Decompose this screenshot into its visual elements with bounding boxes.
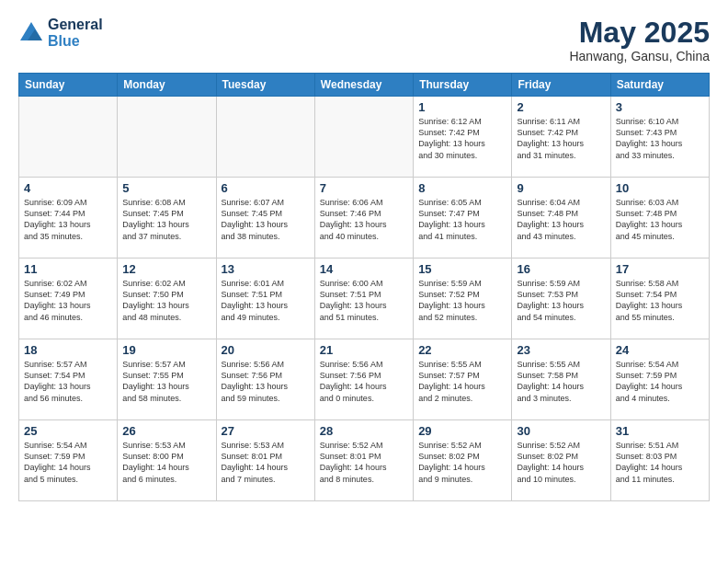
cell-info: Sunrise: 5:52 AM Sunset: 8:01 PM Dayligh…	[320, 440, 408, 485]
cell-info: Sunrise: 6:04 AM Sunset: 7:48 PM Dayligh…	[517, 197, 605, 242]
day-number: 9	[517, 181, 605, 195]
day-number: 21	[320, 343, 408, 357]
day-number: 22	[418, 343, 506, 357]
day-number: 6	[222, 181, 310, 195]
calendar-cell: 19Sunrise: 5:57 AM Sunset: 7:55 PM Dayli…	[118, 339, 216, 420]
cell-info: Sunrise: 5:53 AM Sunset: 8:01 PM Dayligh…	[222, 440, 310, 485]
calendar-cell	[118, 97, 216, 178]
calendar-header-row: Sunday Monday Tuesday Wednesday Thursday…	[19, 74, 710, 97]
cell-info: Sunrise: 6:11 AM Sunset: 7:42 PM Dayligh…	[517, 116, 605, 161]
day-number: 23	[517, 343, 605, 357]
cell-info: Sunrise: 5:55 AM Sunset: 7:57 PM Dayligh…	[418, 359, 506, 404]
cell-info: Sunrise: 6:02 AM Sunset: 7:49 PM Dayligh…	[24, 278, 112, 323]
cell-info: Sunrise: 5:51 AM Sunset: 8:03 PM Dayligh…	[616, 440, 704, 485]
calendar-cell: 31Sunrise: 5:51 AM Sunset: 8:03 PM Dayli…	[610, 420, 709, 501]
col-friday: Friday	[512, 74, 610, 97]
calendar-cell: 25Sunrise: 5:54 AM Sunset: 7:59 PM Dayli…	[19, 420, 118, 501]
cell-info: Sunrise: 6:01 AM Sunset: 7:51 PM Dayligh…	[222, 278, 310, 323]
day-number: 20	[222, 343, 310, 357]
day-number: 16	[517, 262, 605, 276]
week-row-4: 18Sunrise: 5:57 AM Sunset: 7:54 PM Dayli…	[19, 339, 710, 420]
cell-info: Sunrise: 5:53 AM Sunset: 8:00 PM Dayligh…	[122, 440, 210, 485]
day-number: 31	[616, 424, 704, 438]
col-wednesday: Wednesday	[314, 74, 413, 97]
day-number: 3	[616, 100, 704, 114]
calendar-cell: 2Sunrise: 6:11 AM Sunset: 7:42 PM Daylig…	[512, 97, 610, 178]
day-number: 5	[122, 181, 210, 195]
day-number: 24	[616, 343, 704, 357]
week-row-1: 1Sunrise: 6:12 AM Sunset: 7:42 PM Daylig…	[19, 97, 710, 178]
calendar-cell: 4Sunrise: 6:09 AM Sunset: 7:44 PM Daylig…	[19, 178, 118, 259]
day-number: 13	[222, 262, 310, 276]
day-number: 25	[24, 424, 112, 438]
calendar-cell: 26Sunrise: 5:53 AM Sunset: 8:00 PM Dayli…	[118, 420, 216, 501]
cell-info: Sunrise: 5:56 AM Sunset: 7:56 PM Dayligh…	[222, 359, 310, 404]
calendar-cell	[216, 97, 314, 178]
cell-info: Sunrise: 5:58 AM Sunset: 7:54 PM Dayligh…	[616, 278, 704, 323]
calendar-cell: 27Sunrise: 5:53 AM Sunset: 8:01 PM Dayli…	[216, 420, 314, 501]
cell-info: Sunrise: 5:57 AM Sunset: 7:54 PM Dayligh…	[24, 359, 112, 404]
calendar-cell: 11Sunrise: 6:02 AM Sunset: 7:49 PM Dayli…	[19, 259, 118, 339]
calendar-cell: 23Sunrise: 5:55 AM Sunset: 7:58 PM Dayli…	[512, 339, 610, 420]
calendar-cell: 17Sunrise: 5:58 AM Sunset: 7:54 PM Dayli…	[610, 259, 709, 339]
calendar-cell: 9Sunrise: 6:04 AM Sunset: 7:48 PM Daylig…	[512, 178, 610, 259]
cell-info: Sunrise: 5:54 AM Sunset: 7:59 PM Dayligh…	[24, 440, 112, 485]
calendar-cell: 5Sunrise: 6:08 AM Sunset: 7:45 PM Daylig…	[118, 178, 216, 259]
day-number: 29	[418, 424, 506, 438]
cell-info: Sunrise: 5:54 AM Sunset: 7:59 PM Dayligh…	[616, 359, 704, 404]
calendar-cell: 28Sunrise: 5:52 AM Sunset: 8:01 PM Dayli…	[314, 420, 413, 501]
cell-info: Sunrise: 6:02 AM Sunset: 7:50 PM Dayligh…	[122, 278, 210, 323]
day-number: 8	[418, 181, 506, 195]
calendar-cell: 3Sunrise: 6:10 AM Sunset: 7:43 PM Daylig…	[610, 97, 709, 178]
calendar-cell: 18Sunrise: 5:57 AM Sunset: 7:54 PM Dayli…	[19, 339, 118, 420]
col-sunday: Sunday	[19, 74, 118, 97]
day-number: 30	[517, 424, 605, 438]
calendar-cell: 10Sunrise: 6:03 AM Sunset: 7:48 PM Dayli…	[610, 178, 709, 259]
page: General Blue May 2025 Hanwang, Gansu, Ch…	[0, 0, 728, 563]
day-number: 7	[320, 181, 408, 195]
month-title: May 2025	[569, 17, 710, 49]
day-number: 15	[418, 262, 506, 276]
cell-info: Sunrise: 6:09 AM Sunset: 7:44 PM Dayligh…	[24, 197, 112, 242]
col-tuesday: Tuesday	[216, 74, 314, 97]
calendar-cell: 30Sunrise: 5:52 AM Sunset: 8:02 PM Dayli…	[512, 420, 610, 501]
col-monday: Monday	[118, 74, 216, 97]
location: Hanwang, Gansu, China	[569, 49, 710, 63]
calendar-cell: 24Sunrise: 5:54 AM Sunset: 7:59 PM Dayli…	[610, 339, 709, 420]
col-saturday: Saturday	[610, 74, 709, 97]
header: General Blue May 2025 Hanwang, Gansu, Ch…	[18, 17, 710, 63]
calendar: Sunday Monday Tuesday Wednesday Thursday…	[18, 73, 710, 501]
cell-info: Sunrise: 5:52 AM Sunset: 8:02 PM Dayligh…	[517, 440, 605, 485]
cell-info: Sunrise: 6:12 AM Sunset: 7:42 PM Dayligh…	[418, 116, 506, 161]
calendar-cell: 7Sunrise: 6:06 AM Sunset: 7:46 PM Daylig…	[314, 178, 413, 259]
day-number: 12	[122, 262, 210, 276]
day-number: 27	[222, 424, 310, 438]
day-number: 26	[122, 424, 210, 438]
calendar-cell: 20Sunrise: 5:56 AM Sunset: 7:56 PM Dayli…	[216, 339, 314, 420]
day-number: 2	[517, 100, 605, 114]
calendar-cell: 22Sunrise: 5:55 AM Sunset: 7:57 PM Dayli…	[414, 339, 512, 420]
cell-info: Sunrise: 5:55 AM Sunset: 7:58 PM Dayligh…	[517, 359, 605, 404]
day-number: 19	[122, 343, 210, 357]
cell-info: Sunrise: 6:07 AM Sunset: 7:45 PM Dayligh…	[222, 197, 310, 242]
logo-icon	[18, 20, 44, 46]
calendar-cell: 29Sunrise: 5:52 AM Sunset: 8:02 PM Dayli…	[414, 420, 512, 501]
week-row-5: 25Sunrise: 5:54 AM Sunset: 7:59 PM Dayli…	[19, 420, 710, 501]
week-row-3: 11Sunrise: 6:02 AM Sunset: 7:49 PM Dayli…	[19, 259, 710, 339]
calendar-cell: 13Sunrise: 6:01 AM Sunset: 7:51 PM Dayli…	[216, 259, 314, 339]
cell-info: Sunrise: 5:59 AM Sunset: 7:52 PM Dayligh…	[418, 278, 506, 323]
cell-info: Sunrise: 6:08 AM Sunset: 7:45 PM Dayligh…	[122, 197, 210, 242]
calendar-cell: 12Sunrise: 6:02 AM Sunset: 7:50 PM Dayli…	[118, 259, 216, 339]
calendar-cell: 1Sunrise: 6:12 AM Sunset: 7:42 PM Daylig…	[414, 97, 512, 178]
calendar-cell: 15Sunrise: 5:59 AM Sunset: 7:52 PM Dayli…	[414, 259, 512, 339]
calendar-cell: 8Sunrise: 6:05 AM Sunset: 7:47 PM Daylig…	[414, 178, 512, 259]
day-number: 28	[320, 424, 408, 438]
day-number: 14	[320, 262, 408, 276]
calendar-cell: 16Sunrise: 5:59 AM Sunset: 7:53 PM Dayli…	[512, 259, 610, 339]
cell-info: Sunrise: 5:56 AM Sunset: 7:56 PM Dayligh…	[320, 359, 408, 404]
week-row-2: 4Sunrise: 6:09 AM Sunset: 7:44 PM Daylig…	[19, 178, 710, 259]
day-number: 17	[616, 262, 704, 276]
cell-info: Sunrise: 5:59 AM Sunset: 7:53 PM Dayligh…	[517, 278, 605, 323]
day-number: 11	[24, 262, 112, 276]
calendar-cell: 14Sunrise: 6:00 AM Sunset: 7:51 PM Dayli…	[314, 259, 413, 339]
